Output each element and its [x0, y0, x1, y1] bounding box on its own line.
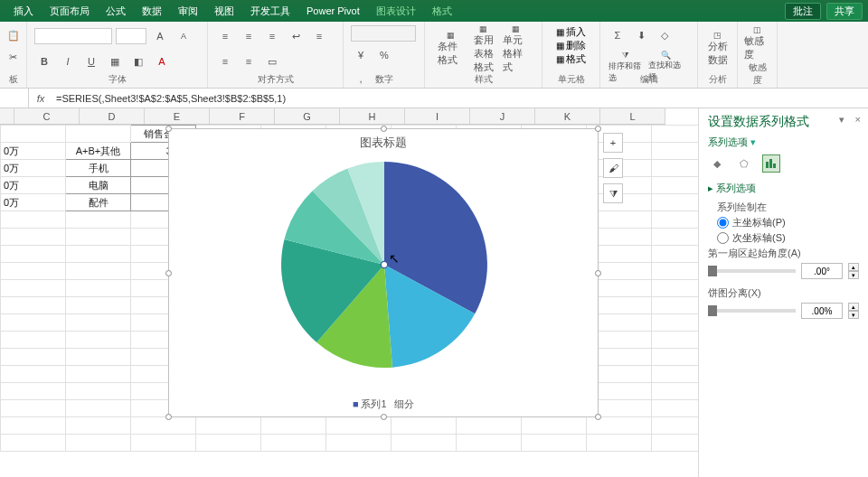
fill-color-icon[interactable]: ◧ — [128, 51, 148, 71]
cond-format-button[interactable]: ▦条件格式 — [437, 31, 466, 67]
plot-on-label: 系列绘制在 — [717, 201, 859, 214]
align-left-icon[interactable]: ≡ — [309, 26, 329, 46]
group-align: 对齐方式 — [258, 73, 294, 86]
col-C[interactable]: C — [14, 108, 80, 124]
tab-view[interactable]: 视图 — [206, 0, 242, 22]
group-styles: 样式 — [475, 73, 493, 86]
number-format-select[interactable] — [351, 25, 416, 42]
clear-icon[interactable]: ◇ — [655, 25, 675, 45]
series-options-dropdown[interactable]: 系列选项 ▾ — [708, 136, 859, 149]
pane-options-icon[interactable]: ▾ — [839, 114, 844, 126]
comment-button[interactable]: 批注 — [785, 3, 821, 20]
explosion-input[interactable] — [801, 303, 843, 319]
sort-filter-button[interactable]: ⧩排序和筛选 — [608, 49, 644, 85]
angle-slider[interactable] — [708, 269, 796, 273]
align-right-icon[interactable]: ≡ — [239, 51, 259, 71]
menu-tabs: 插入 页面布局 公式 数据 审阅 视图 开发工具 Power Pivot 图表设… — [0, 0, 868, 22]
align-center-icon[interactable]: ≡ — [215, 51, 235, 71]
col-L[interactable]: L — [600, 108, 665, 124]
angle-input[interactable] — [801, 263, 843, 279]
tab-layout[interactable]: 页面布局 — [42, 0, 98, 22]
sensitivity-button[interactable]: ◫敏感度 — [743, 25, 772, 61]
name-box[interactable] — [0, 89, 29, 108]
table-style-button[interactable]: ▦套用 表格格式 — [469, 31, 498, 67]
format-cells-button[interactable]: ▦ 格式 — [556, 52, 587, 66]
fx-icon[interactable]: fx — [29, 93, 52, 104]
italic-button[interactable]: I — [58, 51, 78, 71]
tab-insert[interactable]: 插入 — [5, 0, 42, 22]
font-family-select[interactable] — [34, 28, 112, 44]
merge-icon[interactable]: ▭ — [262, 51, 282, 71]
tab-format[interactable]: 格式 — [424, 0, 460, 22]
font-size-select[interactable] — [116, 28, 146, 44]
formula-input[interactable]: =SERIES(,Sheet3!$A$2:$A$5,Sheet3!$B$2:$B… — [52, 93, 868, 104]
group-edit: 编辑 — [640, 73, 658, 86]
effects-icon[interactable]: ⬠ — [735, 154, 753, 173]
cell-style-button[interactable]: ▦单元格样式 — [502, 31, 531, 67]
fill-icon[interactable]: ⬇ — [631, 25, 651, 45]
font-color-icon[interactable]: A — [152, 51, 172, 71]
underline-button[interactable]: U — [81, 51, 101, 71]
align-bot-icon[interactable]: ≡ — [262, 26, 282, 46]
col-J[interactable]: J — [470, 108, 535, 124]
col-G[interactable]: G — [275, 108, 340, 124]
group-sens: 敏感度 — [745, 61, 769, 87]
explosion-slider[interactable] — [708, 309, 796, 313]
chart-styles-icon[interactable]: 🖌 — [603, 158, 623, 178]
formula-bar: fx =SERIES(,Sheet3!$A$2:$A$5,Sheet3!$B$2… — [0, 89, 868, 108]
paste-icon[interactable]: 📋 — [4, 25, 24, 45]
decrease-font-icon[interactable]: A — [174, 26, 193, 46]
analyze-button[interactable]: ◳分析 数据 — [703, 31, 732, 67]
group-font: 字体 — [108, 73, 127, 86]
insert-cells-button[interactable]: ▦ 插入 — [556, 25, 587, 39]
tab-powerpivot[interactable]: Power Pivot — [298, 0, 368, 22]
pie-chart-svg[interactable] — [267, 156, 502, 373]
explosion-spin-down[interactable]: ▾ — [848, 311, 859, 319]
chart-legend: ■ 系列1 细分 — [169, 398, 598, 411]
col-I[interactable]: I — [405, 108, 470, 124]
group-analyze: 分析 — [709, 73, 727, 86]
close-icon[interactable]: × — [855, 114, 861, 125]
fill-line-icon[interactable]: ◆ — [708, 154, 726, 173]
cut-icon[interactable]: ✂ — [4, 47, 24, 67]
col-E[interactable]: E — [145, 108, 210, 124]
format-series-pane: 设置数据系列格式 × ▾ 系列选项 ▾ ◆ ⬠ ▸ 系列选项 系列绘制在 主坐标… — [698, 108, 868, 477]
col-H[interactable]: H — [340, 108, 405, 124]
chart-object[interactable]: 图表标题 ■ 系列1 细分 — [168, 128, 599, 417]
currency-icon[interactable]: ¥ — [351, 45, 371, 65]
angle-spin-down[interactable]: ▾ — [848, 271, 859, 279]
tab-data[interactable]: 数据 — [134, 0, 170, 22]
pane-title: 设置数据系列格式 — [708, 114, 859, 130]
series-options-icon[interactable] — [762, 154, 780, 173]
first-slice-angle-label: 第一扇区起始角度(A) — [708, 247, 859, 260]
bold-button[interactable]: B — [34, 51, 54, 71]
section-series-options[interactable]: ▸ 系列选项 — [708, 182, 859, 195]
group-clipboard: 板 — [9, 73, 18, 86]
increase-font-icon[interactable]: A — [150, 26, 170, 46]
col-D[interactable]: D — [80, 108, 145, 124]
tab-review[interactable]: 审阅 — [170, 0, 206, 22]
svg-rect-2 — [769, 159, 772, 168]
group-cells: 单元格 — [558, 73, 585, 86]
comma-icon[interactable]: , — [351, 69, 371, 89]
tab-dev[interactable]: 开发工具 — [242, 0, 298, 22]
chart-filter-icon[interactable]: ⧩ — [603, 183, 623, 203]
primary-axis-radio[interactable]: 主坐标轴(P) — [717, 216, 859, 229]
tab-chart-design[interactable]: 图表设计 — [368, 0, 424, 22]
autosum-icon[interactable]: Σ — [608, 25, 627, 45]
tab-formula[interactable]: 公式 — [98, 0, 134, 22]
secondary-axis-radio[interactable]: 次坐标轴(S) — [717, 231, 859, 245]
delete-cells-button[interactable]: ▦ 删除 — [556, 39, 587, 52]
explosion-spin-up[interactable]: ▴ — [848, 303, 859, 311]
angle-spin-up[interactable]: ▴ — [848, 263, 859, 271]
chart-add-element-icon[interactable]: + — [603, 133, 623, 153]
col-K[interactable]: K — [535, 108, 600, 124]
wrap-icon[interactable]: ↩ — [286, 26, 306, 46]
chart-title[interactable]: 图表标题 — [169, 129, 598, 156]
border-icon[interactable]: ▦ — [105, 51, 125, 71]
align-mid-icon[interactable]: ≡ — [239, 26, 259, 46]
share-button[interactable]: 共享 — [826, 3, 863, 20]
percent-icon[interactable]: % — [374, 45, 394, 65]
align-top-icon[interactable]: ≡ — [215, 26, 235, 46]
col-F[interactable]: F — [210, 108, 275, 124]
